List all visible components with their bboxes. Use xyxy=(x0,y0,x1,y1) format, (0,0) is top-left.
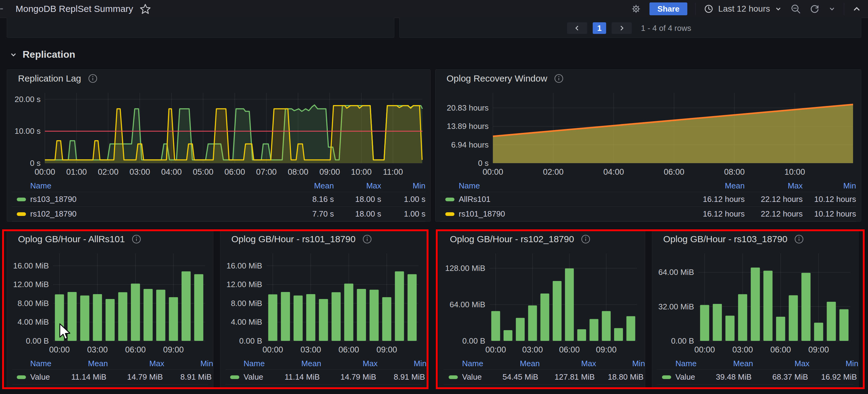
info-icon[interactable] xyxy=(554,74,564,83)
legend-header-mean[interactable]: Mean xyxy=(696,359,753,368)
legend-header-max[interactable]: Max xyxy=(334,181,381,191)
oplog-rs102-chart[interactable]: 0.00 B64.00 MiB128.00 MiB00:0003:0006:00… xyxy=(444,248,641,355)
legend-header-name[interactable]: Name xyxy=(12,359,51,368)
legend-table: Name Mean Max Min Value 39.48 MiB 68.37 … xyxy=(657,357,854,385)
legend-series-name[interactable]: rs103_18790 xyxy=(30,195,282,204)
legend-header-min[interactable]: Min xyxy=(803,181,856,191)
oplog-rs101-chart[interactable]: 0.00 B4.00 MiB8.00 MiB12.00 MiB16.00 MiB… xyxy=(225,248,422,355)
legend-min-value: 1.00 s xyxy=(381,195,426,204)
section-title: Replication xyxy=(23,49,75,60)
legend-series-name[interactable]: Value xyxy=(675,372,695,382)
svg-text:4.00 MiB: 4.00 MiB xyxy=(18,317,49,327)
legend-series-name[interactable]: AllRs101 xyxy=(459,195,685,204)
legend-min-value: 1.00 s xyxy=(381,209,426,219)
legend-row: rs101_18790 16.12 hours 22.12 hours 10.1… xyxy=(440,206,856,221)
legend-header-max[interactable]: Max xyxy=(108,359,164,368)
legend-series-name[interactable]: Value xyxy=(244,372,264,382)
legend-series-name[interactable]: rs101_18790 xyxy=(459,209,685,219)
legend-max-value: 22.12 hours xyxy=(745,209,803,219)
legend-min-value: 16.92 MiB xyxy=(808,372,857,382)
legend-header-name[interactable]: Name xyxy=(440,181,685,191)
legend-table: Name Mean Max Min rs103_18790 8.16 s 18.… xyxy=(12,179,426,221)
legend-header-mean[interactable]: Mean xyxy=(685,181,745,191)
svg-text:0 s: 0 s xyxy=(478,159,489,168)
svg-text:09:00: 09:00 xyxy=(808,345,829,354)
refresh-icon[interactable] xyxy=(809,3,820,15)
legend-header-mean[interactable]: Mean xyxy=(282,181,334,191)
legend-header-min[interactable]: Min xyxy=(381,181,426,191)
info-icon[interactable] xyxy=(88,74,98,83)
panel-replication-lag: Replication Lag 0 s10.00 s20.00 s00:0001… xyxy=(7,69,431,222)
svg-text:00:00: 00:00 xyxy=(485,345,506,354)
oplog-rs103-chart[interactable]: 0.00 B32.00 MiB64.00 MiB00:0003:0006:000… xyxy=(657,248,854,355)
legend-header-name[interactable]: Name xyxy=(657,359,696,368)
legend-header-min[interactable]: Min xyxy=(377,359,426,368)
panel-title[interactable]: Oplog GB/Hour - rs103_18790 xyxy=(663,234,787,244)
svg-text:128.00 MiB: 128.00 MiB xyxy=(445,263,485,273)
legend-row: Value 11.14 MiB 14.79 MiB 8.91 MiB xyxy=(225,370,422,385)
svg-text:0 s: 0 s xyxy=(30,159,40,168)
legend-header-max[interactable]: Max xyxy=(321,359,377,368)
svg-text:00:00: 00:00 xyxy=(262,345,283,354)
oplog-allrs101-chart[interactable]: 0.00 B4.00 MiB8.00 MiB12.00 MiB16.00 MiB… xyxy=(12,248,209,355)
legend-header-name[interactable]: Name xyxy=(12,181,282,191)
svg-text:0.00 B: 0.00 B xyxy=(462,336,485,345)
legend-row: rs102_18790 7.70 s 18.00 s 1.00 s xyxy=(12,206,426,221)
star-icon[interactable] xyxy=(140,3,151,15)
series-color-swatch xyxy=(230,375,239,379)
legend-min-value: 8.91 MiB xyxy=(163,372,212,382)
legend-header-name[interactable]: Name xyxy=(444,359,483,368)
legend-header-mean[interactable]: Mean xyxy=(51,359,108,368)
legend-mean-value: 7.70 s xyxy=(282,209,334,219)
svg-text:04:00: 04:00 xyxy=(603,167,624,176)
svg-text:10.00 s: 10.00 s xyxy=(14,126,40,136)
panel-oplog-gbhour-rs103: Oplog GB/Hour - rs103_18790 0.00 B32.00 … xyxy=(652,230,859,389)
page-number-button[interactable]: 1 xyxy=(593,22,606,34)
info-icon[interactable] xyxy=(794,234,804,244)
legend-series-name[interactable]: Value xyxy=(462,372,482,382)
panel-title[interactable]: Oplog GB/Hour - rs101_18790 xyxy=(231,234,355,244)
oplog-recovery-chart[interactable]: 0 s6.94 hours13.89 hours20.83 hours00:00… xyxy=(440,87,857,177)
panel-title[interactable]: Oplog GB/Hour - AllRs101 xyxy=(18,234,125,244)
legend-header-mean[interactable]: Mean xyxy=(265,359,321,368)
gear-icon[interactable] xyxy=(630,3,642,15)
legend-header-max[interactable]: Max xyxy=(745,181,803,191)
legend-header-name[interactable]: Name xyxy=(225,359,265,368)
section-row-replication[interactable]: Replication xyxy=(9,49,75,60)
page-next-button[interactable] xyxy=(612,22,632,34)
svg-text:20.83 hours: 20.83 hours xyxy=(447,103,489,112)
info-icon[interactable] xyxy=(131,234,141,244)
panel-title[interactable]: Replication Lag xyxy=(18,73,81,84)
legend-series-name[interactable]: rs102_18790 xyxy=(30,209,282,219)
svg-text:02:00: 02:00 xyxy=(98,167,119,176)
chevron-left-icon xyxy=(574,24,581,32)
legend-header-max[interactable]: Max xyxy=(539,359,596,368)
legend-min-value: 18.80 MiB xyxy=(595,372,644,382)
legend-header-max[interactable]: Max xyxy=(753,359,809,368)
zoom-out-icon[interactable] xyxy=(790,3,801,15)
chevron-down-icon[interactable] xyxy=(828,5,836,13)
top-row-cutoff: 1 1 - 4 of 4 rows xyxy=(0,18,868,39)
panel-oplog-gbhour-rs101: Oplog GB/Hour - rs101_18790 0.00 B4.00 M… xyxy=(220,230,427,389)
legend-header-min[interactable]: Min xyxy=(164,359,213,368)
caret-up-icon[interactable] xyxy=(852,4,861,13)
info-icon[interactable] xyxy=(362,234,372,244)
legend-mean-value: 16.12 hours xyxy=(685,195,745,204)
legend-header-min[interactable]: Min xyxy=(809,359,858,368)
legend-header-min[interactable]: Min xyxy=(596,359,645,368)
page-prev-button[interactable] xyxy=(567,22,587,34)
svg-text:09:00: 09:00 xyxy=(163,345,184,354)
svg-text:6.94 hours: 6.94 hours xyxy=(451,140,489,149)
legend-series-name[interactable]: Value xyxy=(30,372,50,382)
info-icon[interactable] xyxy=(581,234,591,244)
cutoff-panel-left xyxy=(7,18,394,38)
share-button[interactable]: Share xyxy=(649,2,687,15)
replication-lag-chart[interactable]: 0 s10.00 s20.00 s00:0001:0002:0003:0004:… xyxy=(12,87,426,177)
time-range-picker[interactable]: Last 12 hours xyxy=(704,4,782,14)
series-color-swatch xyxy=(17,198,26,201)
panel-title[interactable]: Oplog Recovery Window xyxy=(446,73,547,84)
legend-table: Name Mean Max Min AllRs101 16.12 hours 2… xyxy=(440,179,856,221)
legend-row: AllRs101 16.12 hours 22.12 hours 10.12 h… xyxy=(440,192,856,206)
legend-header-mean[interactable]: Mean xyxy=(483,359,539,368)
panel-title[interactable]: Oplog GB/Hour - rs102_18790 xyxy=(450,234,574,244)
